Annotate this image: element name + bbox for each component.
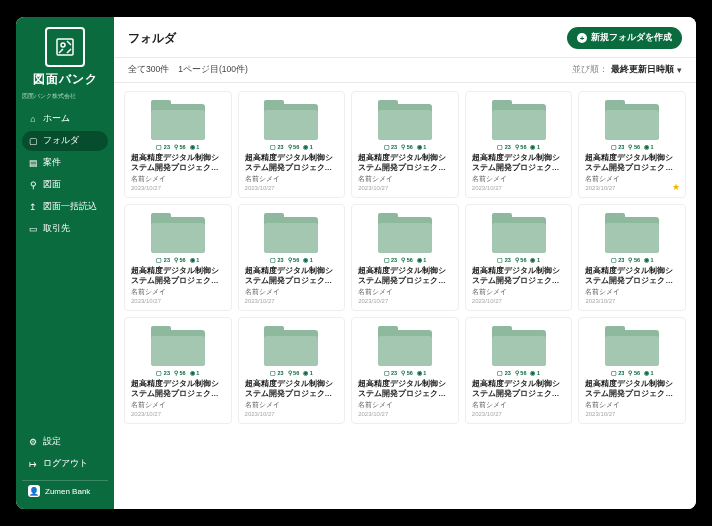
new-folder-label: 新規フォルダを作成 [591,32,672,44]
sort-dropdown[interactable]: 並び順： 最終更新日時順 ▾ [572,64,682,76]
bottom-nav: ⚙ 設定 ↦ ログアウト 👤 Zumen Bank [22,432,108,501]
star-icon[interactable]: ★ [672,182,680,192]
nav-item[interactable]: ⚲図面 [22,175,108,195]
nav-label: 図面一括読込 [43,201,97,213]
folder-stats: ▢ 23⚲ 56◉ 1 [358,370,452,376]
stat-a: ▢ 23 [270,257,284,263]
folder-date: 2023/10/27 [131,298,225,304]
folder-title: 超高精度デジタル制御システム開発プロジェクトに… [472,266,566,286]
folder-title: 超高精度デジタル制御システム開発プロジェクトに… [472,379,566,399]
nav-icon: ↥ [28,202,38,212]
folder-card[interactable]: ▢ 23⚲ 56◉ 1超高精度デジタル制御システム開発プロジェクトに…名前シメイ… [124,204,232,311]
folder-card[interactable]: ▢ 23⚲ 56◉ 1超高精度デジタル制御システム開発プロジェクトに…名前シメイ… [124,317,232,424]
grid-scroll[interactable]: ▢ 23⚲ 56◉ 1超高精度デジタル制御システム開発プロジェクトに…名前シメイ… [114,83,696,509]
folder-stats: ▢ 23⚲ 56◉ 1 [358,257,452,263]
nav-item[interactable]: ⌂ホーム [22,109,108,129]
folder-stats: ▢ 23⚲ 56◉ 1 [585,370,679,376]
folder-card[interactable]: ▢ 23⚲ 56◉ 1超高精度デジタル制御システム開発プロジェクトに…名前シメイ… [578,91,686,198]
folder-icon [605,100,659,140]
nav: ⌂ホーム▢フォルダ▤案件⚲図面↥図面一括読込▭取引先 [22,109,108,239]
folder-date: 2023/10/27 [358,411,452,417]
logo: 図面バンク [22,27,108,88]
folder-date: 2023/10/27 [245,185,339,191]
folder-author: 名前シメイ [358,401,452,410]
folder-author: 名前シメイ [358,288,452,297]
folder-date: 2023/10/27 [472,411,566,417]
folder-icon [264,100,318,140]
folder-stats: ▢ 23⚲ 56◉ 1 [472,370,566,376]
folder-date: 2023/10/27 [472,185,566,191]
folder-date: 2023/10/27 [585,411,679,417]
folder-card[interactable]: ▢ 23⚲ 56◉ 1超高精度デジタル制御システム開発プロジェクトに…名前シメイ… [124,91,232,198]
folder-title: 超高精度デジタル制御システム開発プロジェクトに… [245,379,339,399]
sort-value: 最終更新日時順 [611,64,674,76]
folder-icon [378,326,432,366]
folder-stats: ▢ 23⚲ 56◉ 1 [358,144,452,150]
company-name: 図面バンク株式会社 [22,92,108,101]
nav-icon: ⌂ [28,114,38,124]
folder-card[interactable]: ▢ 23⚲ 56◉ 1超高精度デジタル制御システム開発プロジェクトに…名前シメイ… [351,317,459,424]
stat-c: ◉ 1 [644,257,654,263]
stat-b: ⚲ 56 [515,257,527,263]
nav-item[interactable]: ▤案件 [22,153,108,173]
chevron-down-icon: ▾ [677,65,682,75]
nav-icon: ▢ [28,136,38,146]
folder-stats: ▢ 23⚲ 56◉ 1 [131,370,225,376]
page-title: フォルダ [128,30,176,47]
user-box[interactable]: 👤 Zumen Bank [22,480,108,501]
folder-date: 2023/10/27 [131,185,225,191]
stat-a: ▢ 23 [611,370,625,376]
stat-b: ⚲ 56 [628,257,640,263]
folder-author: 名前シメイ [131,288,225,297]
stat-b: ⚲ 56 [174,370,186,376]
folder-title: 超高精度デジタル制御システム開発プロジェクトに… [131,266,225,286]
folder-icon [605,326,659,366]
nav-label: 設定 [43,436,61,448]
stat-b: ⚲ 56 [401,144,413,150]
folder-card[interactable]: ▢ 23⚲ 56◉ 1超高精度デジタル制御システム開発プロジェクトに…名前シメイ… [351,204,459,311]
folder-author: 名前シメイ [245,288,339,297]
stat-c: ◉ 1 [530,144,540,150]
folder-card[interactable]: ▢ 23⚲ 56◉ 1超高精度デジタル制御システム開発プロジェクトに…名前シメイ… [578,204,686,311]
folder-icon [378,213,432,253]
stat-b: ⚲ 56 [288,257,300,263]
folder-date: 2023/10/27 [358,298,452,304]
folder-icon [492,213,546,253]
stat-c: ◉ 1 [303,370,313,376]
folder-stats: ▢ 23⚲ 56◉ 1 [131,257,225,263]
folder-card[interactable]: ▢ 23⚲ 56◉ 1超高精度デジタル制御システム開発プロジェクトに…名前シメイ… [465,91,573,198]
folder-author: 名前シメイ [585,288,679,297]
folder-card[interactable]: ▢ 23⚲ 56◉ 1超高精度デジタル制御システム開発プロジェクトに…名前シメイ… [238,204,346,311]
folder-title: 超高精度デジタル制御システム開発プロジェクトに… [585,266,679,286]
stat-b: ⚲ 56 [628,370,640,376]
folder-card[interactable]: ▢ 23⚲ 56◉ 1超高精度デジタル制御システム開発プロジェクトに…名前シメイ… [351,91,459,198]
nav-item[interactable]: ↥図面一括読込 [22,197,108,217]
app-window: 図面バンク 図面バンク株式会社 ⌂ホーム▢フォルダ▤案件⚲図面↥図面一括読込▭取… [16,17,696,509]
subheader: 全て300件 1ページ目(100件) 並び順： 最終更新日時順 ▾ [114,57,696,83]
stat-c: ◉ 1 [190,257,200,263]
folder-card[interactable]: ▢ 23⚲ 56◉ 1超高精度デジタル制御システム開発プロジェクトに…名前シメイ… [238,317,346,424]
nav-item[interactable]: ▢フォルダ [22,131,108,151]
nav-item[interactable]: ▭取引先 [22,219,108,239]
folder-title: 超高精度デジタル制御システム開発プロジェクトに… [585,379,679,399]
new-folder-button[interactable]: + 新規フォルダを作成 [567,27,682,49]
folder-card[interactable]: ▢ 23⚲ 56◉ 1超高精度デジタル制御システム開発プロジェクトに…名前シメイ… [238,91,346,198]
stat-c: ◉ 1 [417,257,427,263]
folder-icon [378,100,432,140]
stat-a: ▢ 23 [497,370,511,376]
nav-settings[interactable]: ⚙ 設定 [22,432,108,452]
sidebar: 図面バンク 図面バンク株式会社 ⌂ホーム▢フォルダ▤案件⚲図面↥図面一括読込▭取… [16,17,114,509]
stat-b: ⚲ 56 [628,144,640,150]
header: フォルダ + 新規フォルダを作成 [114,17,696,57]
folder-stats: ▢ 23⚲ 56◉ 1 [585,257,679,263]
folder-author: 名前シメイ [245,401,339,410]
folder-card[interactable]: ▢ 23⚲ 56◉ 1超高精度デジタル制御システム開発プロジェクトに…名前シメイ… [578,317,686,424]
stat-a: ▢ 23 [384,257,398,263]
folder-card[interactable]: ▢ 23⚲ 56◉ 1超高精度デジタル制御システム開発プロジェクトに…名前シメイ… [465,204,573,311]
stat-a: ▢ 23 [384,370,398,376]
stat-c: ◉ 1 [644,370,654,376]
folder-title: 超高精度デジタル制御システム開発プロジェクトに… [358,153,452,173]
folder-card[interactable]: ▢ 23⚲ 56◉ 1超高精度デジタル制御システム開発プロジェクトに…名前シメイ… [465,317,573,424]
stat-c: ◉ 1 [303,144,313,150]
nav-logout[interactable]: ↦ ログアウト [22,454,108,474]
